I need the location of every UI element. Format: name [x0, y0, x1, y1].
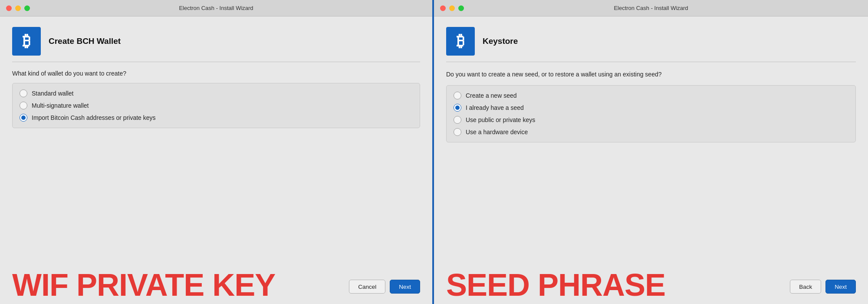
bottom-label-left: WIF PRIVATE KEY [0, 269, 287, 304]
maximize-button-right[interactable] [458, 5, 464, 11]
keystore-description: Do you want to create a new seed, or to … [446, 70, 856, 79]
radio-hardware[interactable] [454, 128, 461, 136]
option-multisig[interactable]: Multi-signature wallet [20, 102, 413, 109]
bottom-label-right: SEED PHRASE [434, 269, 677, 304]
options-box-left: Standard wallet Multi-signature wallet I… [12, 83, 420, 128]
bitcoin-symbol-right: ₿ [457, 33, 464, 49]
titlebar-text-right: Electron Cash - Install Wizard [614, 5, 688, 11]
dialog-header-right: ₿ Keystore [446, 27, 856, 62]
dialog-header-left: ₿ Create BCH Wallet [12, 27, 420, 62]
titlebar-right: Electron Cash - Install Wizard [434, 0, 868, 17]
bitcoin-icon-right: ₿ [446, 27, 475, 56]
option-keys-label: Use public or private keys [466, 116, 535, 123]
titlebar-text-left: Electron Cash - Install Wizard [179, 5, 253, 11]
dialog-title-right: Keystore [483, 36, 518, 46]
dialog-question-left: What kind of wallet do you want to creat… [12, 70, 420, 77]
bitcoin-symbol-left: ₿ [23, 33, 30, 49]
dialog-content-left: ₿ Create BCH Wallet What kind of wallet … [0, 17, 432, 269]
option-import-label: Import Bitcoin Cash addresses or private… [32, 114, 156, 121]
option-import[interactable]: Import Bitcoin Cash addresses or private… [20, 114, 413, 122]
bitcoin-icon-left: ₿ [12, 27, 41, 56]
radio-existing-seed[interactable] [454, 104, 461, 112]
next-button-left[interactable]: Next [390, 280, 420, 294]
window-controls-right [440, 5, 464, 11]
left-panel: Electron Cash - Install Wizard ₿ Create … [0, 0, 434, 304]
option-new-seed[interactable]: Create a new seed [454, 92, 848, 99]
option-standard-label: Standard wallet [32, 90, 74, 97]
option-hardware-label: Use a hardware device [466, 129, 528, 135]
radio-import[interactable] [20, 114, 27, 122]
dialog-body-left: What kind of wallet do you want to creat… [12, 70, 420, 269]
option-hardware[interactable]: Use a hardware device [454, 128, 848, 136]
option-new-seed-label: Create a new seed [466, 92, 517, 99]
radio-multisig[interactable] [20, 102, 27, 109]
back-button[interactable]: Back [790, 280, 821, 294]
dialog-body-right: Do you want to create a new seed, or to … [446, 70, 856, 269]
right-panel: Electron Cash - Install Wizard ₿ Keystor… [434, 0, 868, 304]
option-multisig-label: Multi-signature wallet [32, 102, 89, 109]
next-button-right[interactable]: Next [825, 280, 856, 294]
radio-keys[interactable] [454, 116, 461, 124]
window-controls-left [6, 5, 30, 11]
option-existing-seed[interactable]: I already have a seed [454, 104, 848, 112]
option-existing-seed-label: I already have a seed [466, 104, 524, 111]
dialog-title-left: Create BCH Wallet [49, 36, 121, 46]
minimize-button-right[interactable] [449, 5, 455, 11]
radio-standard[interactable] [20, 89, 27, 97]
close-button-right[interactable] [440, 5, 446, 11]
radio-new-seed[interactable] [454, 92, 461, 99]
close-button-left[interactable] [6, 5, 12, 11]
radio-import-inner [21, 116, 26, 120]
options-box-right: Create a new seed I already have a seed … [446, 85, 856, 142]
minimize-button-left[interactable] [15, 5, 21, 11]
titlebar-left: Electron Cash - Install Wizard [0, 0, 432, 17]
dialog-content-right: ₿ Keystore Do you want to create a new s… [434, 17, 868, 269]
option-standard[interactable]: Standard wallet [20, 89, 413, 97]
cancel-button[interactable]: Cancel [349, 280, 385, 294]
maximize-button-left[interactable] [24, 5, 30, 11]
radio-existing-seed-inner [455, 106, 460, 110]
option-keys[interactable]: Use public or private keys [454, 116, 848, 124]
